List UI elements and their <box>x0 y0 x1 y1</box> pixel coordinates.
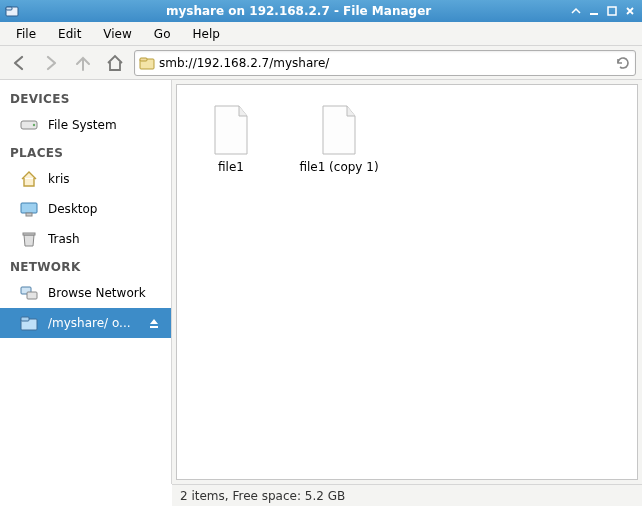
folder-remote-icon <box>18 312 40 334</box>
home-button[interactable] <box>102 50 128 76</box>
svg-rect-1 <box>6 7 12 10</box>
network-icon <box>18 282 40 304</box>
file-icon <box>207 102 255 158</box>
file-icon <box>315 102 363 158</box>
sidebar-item-browse-network[interactable]: Browse Network <box>0 278 171 308</box>
forward-button[interactable] <box>38 50 64 76</box>
svg-point-7 <box>33 124 35 126</box>
toolbar <box>0 46 642 80</box>
menu-edit[interactable]: Edit <box>48 24 91 44</box>
menu-help[interactable]: Help <box>182 24 229 44</box>
menu-go[interactable]: Go <box>144 24 181 44</box>
app-folder-icon <box>4 3 20 19</box>
close-button[interactable] <box>622 3 638 19</box>
sidebar-item-desktop[interactable]: Desktop <box>0 194 171 224</box>
svg-rect-3 <box>608 7 616 15</box>
svg-rect-2 <box>590 13 598 15</box>
drive-icon <box>18 114 40 136</box>
file-name: file1 <box>218 160 244 174</box>
file-name: file1 (copy 1) <box>299 160 378 174</box>
eject-icon[interactable] <box>147 316 161 330</box>
menu-file[interactable]: File <box>6 24 46 44</box>
trash-icon <box>18 228 40 250</box>
svg-rect-8 <box>21 203 37 213</box>
minimize-button[interactable] <box>586 3 602 19</box>
parent-button[interactable] <box>70 50 96 76</box>
svg-rect-5 <box>140 58 147 61</box>
section-devices: DEVICES <box>0 86 171 110</box>
titlebar: myshare on 192.168.2.7 - File Manager <box>0 0 642 22</box>
sidebar-item-label: File System <box>48 118 161 132</box>
section-network: NETWORK <box>0 254 171 278</box>
sidebar-item-label: /myshare/ o... <box>48 316 147 330</box>
section-places: PLACES <box>0 140 171 164</box>
statusbar: 2 items, Free space: 5.2 GB <box>172 484 642 506</box>
address-input[interactable] <box>159 56 615 70</box>
desktop-icon <box>18 198 40 220</box>
icon-view-frame[interactable]: file1 file1 (copy 1) <box>176 84 638 480</box>
svg-rect-9 <box>26 213 32 216</box>
main-area: DEVICES File System PLACES kris Desktop … <box>0 80 642 484</box>
refresh-button[interactable] <box>615 55 631 71</box>
sidebar-item-filesystem[interactable]: File System <box>0 110 171 140</box>
sidebar-item-label: kris <box>48 172 161 186</box>
menubar: File Edit View Go Help <box>0 22 642 46</box>
back-button[interactable] <box>6 50 32 76</box>
rollup-button[interactable] <box>568 3 584 19</box>
file-item[interactable]: file1 (copy 1) <box>293 97 385 179</box>
status-text: 2 items, Free space: 5.2 GB <box>180 489 345 503</box>
sidebar-item-home[interactable]: kris <box>0 164 171 194</box>
menu-view[interactable]: View <box>93 24 141 44</box>
file-item[interactable]: file1 <box>185 97 277 179</box>
sidebar-item-label: Desktop <box>48 202 161 216</box>
sidebar-item-trash[interactable]: Trash <box>0 224 171 254</box>
home-icon <box>18 168 40 190</box>
folder-icon <box>139 55 155 71</box>
sidebar-item-label: Browse Network <box>48 286 161 300</box>
sidebar-item-myshare[interactable]: /myshare/ o... <box>0 308 171 338</box>
icon-view: file1 file1 (copy 1) <box>177 85 637 191</box>
svg-rect-12 <box>27 292 37 299</box>
sidebar-item-label: Trash <box>48 232 161 246</box>
sidebar: DEVICES File System PLACES kris Desktop … <box>0 80 172 484</box>
window-title: myshare on 192.168.2.7 - File Manager <box>26 4 431 18</box>
content-area: file1 file1 (copy 1) <box>172 80 642 484</box>
svg-rect-10 <box>23 233 35 235</box>
address-bar <box>134 50 636 76</box>
svg-rect-14 <box>21 317 29 321</box>
maximize-button[interactable] <box>604 3 620 19</box>
